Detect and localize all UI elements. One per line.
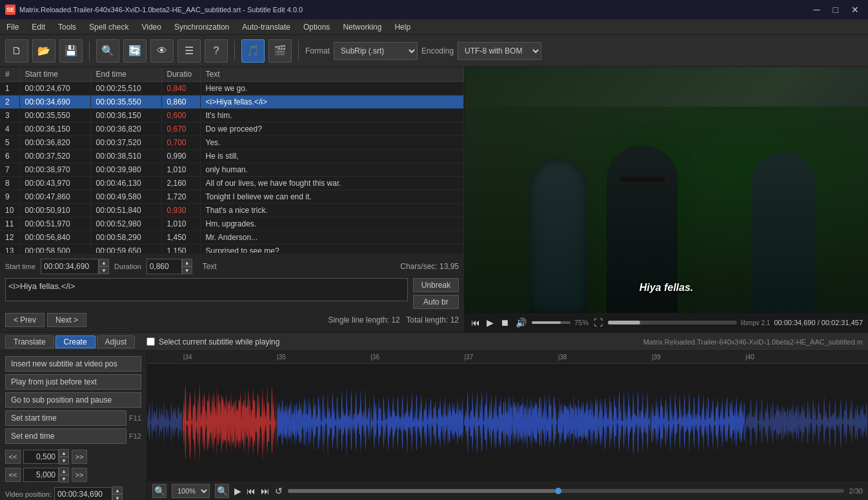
seg5-label: Yes. [472,369,485,377]
table-row[interactable]: 700:00:38,97000:00:39,9801,010only human… [0,163,464,177]
fullscreen-button[interactable]: ⛶ [592,316,604,329]
step2-up[interactable]: ▲ [59,467,69,475]
save-button[interactable]: 💾 [59,39,83,63]
table-row[interactable]: 900:00:47,86000:00:49,5801,720Tonight I … [0,190,464,204]
tab-adjust[interactable]: Adjust [97,335,135,348]
step1-value[interactable] [23,450,59,464]
video-pos-up[interactable]: ▲ [112,486,123,494]
wave-play-button[interactable]: ▶ [234,486,241,496]
eye-button[interactable]: 👁 [150,39,174,63]
menu-video[interactable]: Video [135,21,167,34]
menu-file[interactable]: File [0,21,25,34]
wave-refresh[interactable]: ↺ [275,486,283,496]
step2-right[interactable]: >> [72,468,87,482]
start-time-input[interactable] [41,259,99,274]
close-button[interactable]: ✕ [847,3,863,16]
play-button[interactable]: ▶ [485,316,495,329]
step2-left[interactable]: << [5,468,21,482]
menu-options[interactable]: Options [297,21,336,34]
create-panel: Insert new subtitle at video pos Play fr… [0,351,147,500]
video-frame: Hiya fellas. [465,67,868,313]
refresh-button[interactable]: 🔄 [123,39,146,63]
video-pos-down[interactable]: ▼ [112,494,123,500]
step1-right[interactable]: >> [72,450,87,464]
set-start-button[interactable]: Set start time [5,410,126,426]
stop-button[interactable]: ⏹ [499,316,510,329]
volume-button[interactable]: 🔊 [514,316,528,329]
auto-br-button[interactable]: Auto br [413,295,459,309]
zoom-out-button[interactable]: 🔍 [152,484,167,498]
table-row[interactable]: 200:00:34,69000:00:35,5500,860<i>Hiya fe… [0,95,464,109]
select-while-playing-checkbox[interactable] [146,337,155,346]
duration-input[interactable] [146,259,182,274]
table-row[interactable]: 300:00:35,55000:00:36,1500,600It's him. [0,109,464,123]
menu-tools[interactable]: Tools [52,21,83,34]
menu-edit[interactable]: Edit [25,21,52,34]
menu-spellcheck[interactable]: Spell check [83,21,135,34]
find-button[interactable]: 🔍 [96,39,119,63]
table-row[interactable]: 1100:00:51,97000:00:52,9801,010Hm, upgra… [0,217,464,231]
progress-bar[interactable] [608,321,737,325]
cell-text: He is still, [200,150,464,163]
table-row[interactable]: 100:00:24,67000:00:25,5100,840Here we go… [0,82,464,95]
table-row[interactable]: 800:00:43,97000:00:46,1302,160All of our… [0,177,464,190]
cell-num: 6 [0,150,19,163]
new-button[interactable]: 🗋 [5,39,28,63]
cell-end: 00:00:38,510 [90,150,161,163]
table-row[interactable]: 1200:00:56,84000:00:58,2901,450Mr. Ander… [0,231,464,245]
subtitle-text-input[interactable]: <i>Hiya fellas.</i> [5,278,408,301]
start-time-up[interactable]: ▲ [99,259,109,266]
table-row[interactable]: 600:00:37,52000:00:38,5100,990He is stil… [0,150,464,163]
step1-down[interactable]: ▼ [59,457,69,465]
duration-field[interactable]: ▲ ▼ [146,259,192,274]
separator2 [234,41,235,61]
rewind-button[interactable]: ⏮ [470,316,481,329]
table-row[interactable]: 400:00:36,15000:00:36,8200,670Do we proc… [0,123,464,136]
prev-button[interactable]: < Prev [5,313,45,327]
start-time-field[interactable]: ▲ ▼ [41,259,109,274]
help-button[interactable]: ? [205,39,228,63]
menu-synchronization[interactable]: Synchronization [168,21,236,34]
list-button[interactable]: ☰ [177,39,201,63]
cell-end: 00:00:35,550 [90,95,161,109]
menu-autotranslate[interactable]: Auto-translate [236,21,297,34]
cell-start: 00:00:56,840 [19,231,90,245]
seg3-label: It's him. [284,369,308,377]
audio-button[interactable]: 🎵 [241,39,265,63]
menu-help[interactable]: Help [388,21,417,34]
table-row[interactable]: 500:00:36,82000:00:37,5200,700Yes. [0,136,464,150]
format-select[interactable]: SubRip (.srt) [334,42,418,60]
wave-mark-out[interactable]: ⏭ [261,486,270,496]
step1-up[interactable]: ▲ [59,449,69,457]
duration-down[interactable]: ▼ [182,266,192,274]
tab-create[interactable]: Create [56,335,96,348]
video-controls: ⏮ ▶ ⏹ 🔊 75% ⛶ libmpv 2.1 00:00:34,690 / … [465,313,868,332]
step1-left[interactable]: << [5,450,21,464]
insert-subtitle-button[interactable]: Insert new subtitle at video pos [5,356,141,372]
tab-translate[interactable]: Translate [5,335,54,348]
menu-networking[interactable]: Networking [336,21,388,34]
zoom-select[interactable]: 100% [172,484,210,498]
step2-value[interactable] [23,468,59,482]
table-row[interactable]: 1300:00:58,50000:00:59,6501,150Surprised… [0,245,464,254]
unbreak-button[interactable]: Unbreak [413,278,459,292]
open-button[interactable]: 📂 [32,39,56,63]
maximize-button[interactable]: □ [829,3,842,16]
next-button[interactable]: Next > [47,313,86,327]
go-to-sub-button[interactable]: Go to sub position and pause [5,392,141,408]
wave-mark-in[interactable]: ⏮ [247,486,256,496]
timeline-scrubber[interactable] [288,489,844,493]
start-time-down[interactable]: ▼ [99,266,109,274]
video-pos-input[interactable] [54,487,112,500]
play-from-button[interactable]: Play from just before text [5,374,141,390]
volume-bar[interactable] [532,321,570,324]
set-end-button[interactable]: Set end time [5,428,126,444]
encoding-select[interactable]: UTF-8 with BOM [458,42,541,60]
video-button[interactable]: 🎬 [268,39,292,63]
step2-down[interactable]: ▼ [59,475,69,483]
subtitle-table[interactable]: # Start time End time Duratio Text 100:0… [0,67,464,253]
table-row[interactable]: 1000:00:50,91000:00:51,8400,930That's a … [0,204,464,217]
minimize-button[interactable]: ─ [810,3,824,16]
zoom-in-button[interactable]: 🔍 [215,484,229,498]
duration-up[interactable]: ▲ [182,259,192,266]
